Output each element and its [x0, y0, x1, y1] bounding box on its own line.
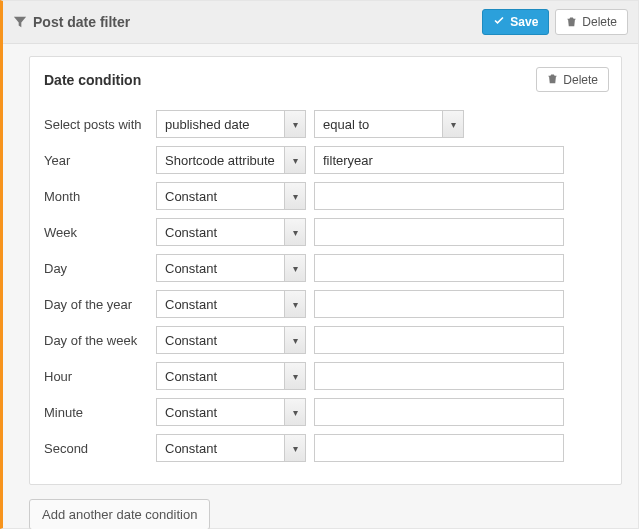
delete-condition-label: Delete: [563, 74, 598, 86]
panel-body: Date condition Delete Select posts with …: [3, 44, 638, 529]
value-input[interactable]: [314, 362, 564, 390]
value-type-select[interactable]: Constant: [156, 326, 306, 354]
trash-icon: [547, 73, 558, 86]
date-part-label: Day: [44, 261, 148, 276]
value-input[interactable]: [314, 218, 564, 246]
date-part-label: Day of the year: [44, 297, 148, 312]
value-input[interactable]: [314, 254, 564, 282]
select-posts-label: Select posts with: [44, 117, 148, 132]
check-icon: [493, 15, 505, 29]
value-input[interactable]: [314, 146, 564, 174]
value-type-select-wrap: Constant ▾: [156, 362, 306, 390]
save-button[interactable]: Save: [482, 9, 549, 35]
value-input[interactable]: [314, 398, 564, 426]
date-part-row: Year Shortcode attribute ▾: [44, 146, 607, 174]
value-type-select-wrap: Constant ▾: [156, 218, 306, 246]
value-input[interactable]: [314, 326, 564, 354]
date-field-select-wrap: published date ▾: [156, 110, 306, 138]
add-condition-row: Add another date condition: [29, 499, 622, 529]
value-type-select[interactable]: Shortcode attribute: [156, 146, 306, 174]
date-part-label: Hour: [44, 369, 148, 384]
value-input[interactable]: [314, 290, 564, 318]
value-type-select[interactable]: Constant: [156, 398, 306, 426]
select-posts-row: Select posts with published date ▾ equal…: [44, 110, 607, 138]
value-input[interactable]: [314, 182, 564, 210]
value-type-select[interactable]: Constant: [156, 218, 306, 246]
condition-header: Date condition Delete: [30, 57, 621, 102]
panel-header: Post date filter Save Delete: [3, 1, 638, 44]
add-another-condition-button[interactable]: Add another date condition: [29, 499, 210, 529]
compare-select[interactable]: equal to: [314, 110, 464, 138]
date-part-row: Week Constant ▾: [44, 218, 607, 246]
value-type-select[interactable]: Constant: [156, 254, 306, 282]
compare-select-wrap: equal to ▾: [314, 110, 464, 138]
date-part-row: Second Constant ▾: [44, 434, 607, 462]
date-part-label: Month: [44, 189, 148, 204]
date-condition-box: Date condition Delete Select posts with …: [29, 56, 622, 485]
date-field-select[interactable]: published date: [156, 110, 306, 138]
date-part-rows: Year Shortcode attribute ▾ Month Constan…: [44, 146, 607, 462]
date-part-row: Day of the week Constant ▾: [44, 326, 607, 354]
date-part-row: Month Constant ▾: [44, 182, 607, 210]
date-part-row: Minute Constant ▾: [44, 398, 607, 426]
condition-title: Date condition: [44, 72, 536, 88]
value-type-select[interactable]: Constant: [156, 362, 306, 390]
value-type-select-wrap: Constant ▾: [156, 326, 306, 354]
date-part-row: Day of the year Constant ▾: [44, 290, 607, 318]
condition-body: Select posts with published date ▾ equal…: [30, 110, 621, 484]
value-input[interactable]: [314, 434, 564, 462]
panel-title: Post date filter: [13, 14, 482, 30]
date-part-label: Year: [44, 153, 148, 168]
value-type-select[interactable]: Constant: [156, 290, 306, 318]
trash-icon: [566, 16, 577, 29]
value-type-select-wrap: Constant ▾: [156, 182, 306, 210]
delete-panel-button[interactable]: Delete: [555, 9, 628, 35]
date-part-label: Day of the week: [44, 333, 148, 348]
value-type-select-wrap: Shortcode attribute ▾: [156, 146, 306, 174]
date-part-row: Day Constant ▾: [44, 254, 607, 282]
panel-actions: Save Delete: [482, 9, 628, 35]
value-type-select-wrap: Constant ▾: [156, 398, 306, 426]
value-type-select-wrap: Constant ▾: [156, 290, 306, 318]
post-date-filter-panel: Post date filter Save Delete Date condit…: [0, 0, 639, 529]
value-type-select-wrap: Constant ▾: [156, 434, 306, 462]
delete-panel-label: Delete: [582, 16, 617, 28]
value-type-select[interactable]: Constant: [156, 182, 306, 210]
date-part-label: Second: [44, 441, 148, 456]
date-part-row: Hour Constant ▾: [44, 362, 607, 390]
save-button-label: Save: [510, 16, 538, 28]
value-type-select[interactable]: Constant: [156, 434, 306, 462]
delete-condition-button[interactable]: Delete: [536, 67, 609, 92]
date-part-label: Minute: [44, 405, 148, 420]
date-part-label: Week: [44, 225, 148, 240]
panel-title-text: Post date filter: [33, 14, 130, 30]
value-type-select-wrap: Constant ▾: [156, 254, 306, 282]
filter-icon: [13, 15, 27, 29]
